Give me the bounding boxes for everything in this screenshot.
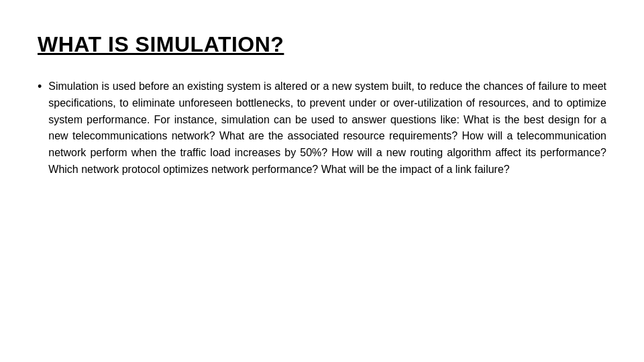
slide-title: WHAT IS SIMULATION? <box>38 32 606 57</box>
bullet-item: • Simulation is used before an existing … <box>38 78 606 178</box>
bullet-text: Simulation is used before an existing sy… <box>48 78 606 178</box>
slide: WHAT IS SIMULATION? • Simulation is used… <box>0 0 644 362</box>
slide-content: • Simulation is used before an existing … <box>38 78 606 335</box>
bullet-dot: • <box>38 80 42 94</box>
